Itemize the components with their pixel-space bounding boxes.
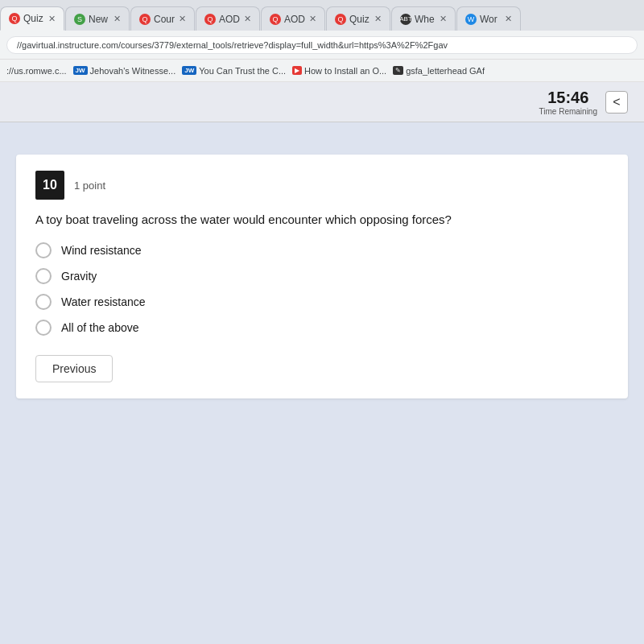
tab-icon-abt: ABT xyxy=(400,14,411,25)
tab-icon-new: S xyxy=(74,14,85,25)
tab-label-aod-1: AOD xyxy=(219,14,240,25)
content-area: 10 1 point A toy boat traveling across t… xyxy=(0,122,644,644)
browser-frame: Q Quiz ✕ S New ✕ Q Cour ✕ Q AOD ✕ Q AOD … xyxy=(0,0,644,644)
tab-close-aod-1[interactable]: ✕ xyxy=(244,14,251,24)
radio-all[interactable] xyxy=(35,320,52,336)
bookmark-jw-1-icon: JW xyxy=(73,66,88,75)
bookmark-jw-2-icon: JW xyxy=(182,66,196,75)
tab-aod-2[interactable]: Q AOD ✕ xyxy=(261,6,325,31)
label-water: Water resistance xyxy=(61,295,146,308)
tab-bar: Q Quiz ✕ S New ✕ Q Cour ✕ Q AOD ✕ Q AOD … xyxy=(0,0,644,31)
tab-close-aod-2[interactable]: ✕ xyxy=(309,14,316,24)
spacer-top xyxy=(16,138,628,155)
tab-quiz-2[interactable]: Q Quiz ✕ xyxy=(326,6,390,31)
tab-icon-wor: W xyxy=(465,14,477,25)
bookmark-yt-label: How to Install an O... xyxy=(304,66,386,76)
tab-icon-quiz-1: Q xyxy=(9,13,20,24)
question-text: A toy boat traveling across the water wo… xyxy=(35,211,609,228)
option-water[interactable]: Water resistance xyxy=(35,294,609,310)
tab-abt[interactable]: ABT Whe ✕ xyxy=(391,6,456,31)
radio-gravity[interactable] xyxy=(35,268,52,284)
tab-label-quiz-2: Quiz xyxy=(349,14,369,25)
tab-close-abt[interactable]: ✕ xyxy=(440,14,447,24)
bookmark-yt[interactable]: ▶ How to Install an O... xyxy=(292,66,386,76)
bookmark-jw-1-label: Jehovah's Witnesse... xyxy=(90,66,176,76)
option-wind[interactable]: Wind resistance xyxy=(35,242,609,258)
timer-box: 15:46 Time Remaining < xyxy=(539,89,628,116)
radio-water[interactable] xyxy=(35,294,52,310)
address-bar: //gavirtual.instructure.com/courses/3779… xyxy=(0,31,644,60)
bookmark-gsfa[interactable]: ✎ gsfa_letterhead GAf xyxy=(393,66,485,76)
timer-bar: 15:46 Time Remaining < xyxy=(0,82,644,122)
tab-close-cour[interactable]: ✕ xyxy=(179,14,186,24)
bookmark-romwe-label: ://us.romwe.c... xyxy=(6,66,67,76)
tab-close-wor[interactable]: ✕ xyxy=(505,14,512,24)
tab-label-quiz-1: Quiz xyxy=(23,13,43,24)
question-card: 10 1 point A toy boat traveling across t… xyxy=(16,155,628,398)
tab-quiz-1[interactable]: Q Quiz ✕ xyxy=(0,6,64,31)
tab-label-abt: Whe xyxy=(415,14,435,25)
question-points: 1 point xyxy=(74,180,105,192)
bookmark-romwe[interactable]: ://us.romwe.c... xyxy=(6,66,67,76)
tab-icon-cour: Q xyxy=(139,14,151,25)
tab-cour[interactable]: Q Cour ✕ xyxy=(130,6,195,31)
tab-label-cour: Cour xyxy=(154,14,175,25)
bookmark-gsfa-label: gsfa_letterhead GAf xyxy=(406,66,485,76)
label-wind: Wind resistance xyxy=(61,244,142,257)
answer-options: Wind resistance Gravity Water resistance… xyxy=(35,242,609,336)
tab-close-quiz-2[interactable]: ✕ xyxy=(374,14,382,24)
question-header: 10 1 point xyxy=(35,171,609,200)
label-all: All of the above xyxy=(61,321,139,334)
bookmark-jw-1[interactable]: JW Jehovah's Witnesse... xyxy=(73,66,176,76)
timer-back-button[interactable]: < xyxy=(605,91,628,114)
label-gravity: Gravity xyxy=(61,270,97,283)
url-input[interactable]: //gavirtual.instructure.com/courses/3779… xyxy=(6,36,638,54)
bookmark-jw-2-label: You Can Trust the C... xyxy=(199,66,286,76)
bookmarks-bar: ://us.romwe.c... JW Jehovah's Witnesse..… xyxy=(0,60,644,82)
option-all[interactable]: All of the above xyxy=(35,320,609,336)
radio-wind[interactable] xyxy=(35,242,52,258)
bookmark-gsfa-icon: ✎ xyxy=(393,66,403,75)
tab-label-wor: Wor xyxy=(480,14,497,25)
tab-icon-quiz-2: Q xyxy=(335,14,346,25)
tab-wor[interactable]: W Wor ✕ xyxy=(456,6,521,31)
timer-time: 15:46 xyxy=(539,89,597,107)
bookmark-jw-2[interactable]: JW You Can Trust the C... xyxy=(182,66,286,76)
option-gravity[interactable]: Gravity xyxy=(35,268,609,284)
tab-label-aod-2: AOD xyxy=(284,14,305,25)
timer-display: 15:46 Time Remaining xyxy=(539,89,597,116)
question-number: 10 xyxy=(35,171,64,200)
tab-close-quiz-1[interactable]: ✕ xyxy=(48,14,56,24)
tab-label-new: New xyxy=(89,14,108,25)
tab-icon-aod-2: Q xyxy=(270,14,281,25)
tab-icon-aod-1: Q xyxy=(204,14,216,25)
timer-label: Time Remaining xyxy=(539,107,597,116)
tab-new[interactable]: S New ✕ xyxy=(65,6,130,31)
tab-aod-1[interactable]: Q AOD ✕ xyxy=(196,6,260,31)
previous-button[interactable]: Previous xyxy=(35,355,113,382)
bookmark-yt-icon: ▶ xyxy=(292,66,302,75)
tab-close-new[interactable]: ✕ xyxy=(114,14,121,24)
